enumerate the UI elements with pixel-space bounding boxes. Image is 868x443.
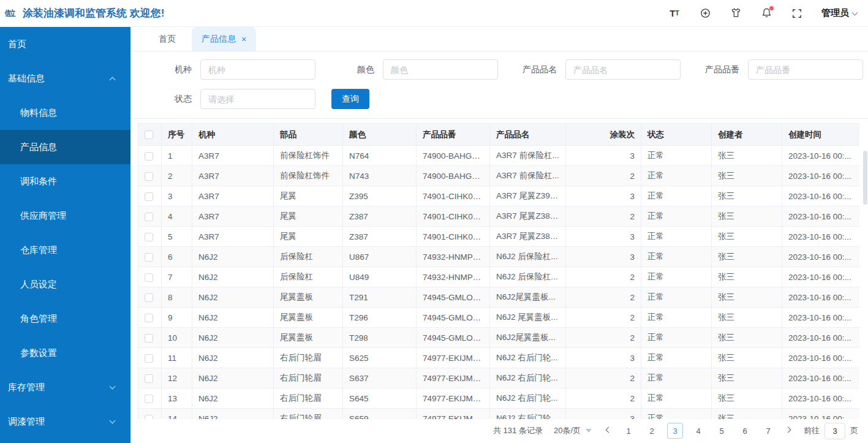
tab-inactive[interactable]: 首页 [149, 27, 186, 51]
cell-coats: 2 [566, 267, 641, 287]
sidebar-item[interactable]: 参数设置 [0, 336, 130, 370]
row-checkbox[interactable] [145, 273, 153, 282]
tab-active[interactable]: 产品信息× [192, 27, 256, 51]
cell-color: T298 [343, 328, 417, 348]
cell-name: N6J2 右后门轮... [490, 348, 566, 368]
sidebar-item[interactable]: 角色管理 [0, 301, 130, 336]
cell-model: N6J2 [192, 348, 274, 368]
language-icon[interactable] [699, 7, 711, 20]
cell-created: 2023-10-16 00:... [782, 186, 860, 206]
jump-suffix: 页 [850, 425, 858, 436]
cell-color: N743 [343, 166, 417, 186]
table-header-checkbox[interactable] [145, 131, 153, 139]
cell-part: 右后门轮眉 [274, 409, 343, 420]
sidebar-item[interactable]: 首页 [0, 27, 130, 61]
table-row[interactable]: 6N6J2后保险杠U86774932-HNMP0...N6J2 后保险杠...3… [138, 247, 860, 267]
search-input[interactable] [383, 59, 498, 80]
sidebar-item[interactable]: 调和条件 [0, 164, 130, 199]
page-number[interactable]: 7 [760, 423, 776, 439]
row-checkbox[interactable] [145, 213, 153, 221]
row-checkbox[interactable] [145, 152, 153, 161]
table-row[interactable]: 1A3R7前保险杠饰件N76474900-BAHG00...A3R7 前保险杠.… [138, 146, 860, 166]
sidebar-item[interactable]: 人员设定 [0, 267, 130, 301]
sidebar-item[interactable]: 供应商管理 [0, 199, 130, 233]
table-row[interactable]: 2A3R7前保险杠饰件N74374900-BAHG00...A3R7 前保险杠.… [138, 166, 860, 186]
cell-coats: 2 [566, 166, 641, 186]
row-checkbox[interactable] [145, 374, 153, 383]
notification-bell-icon[interactable] [760, 7, 772, 20]
cell-part: 尾翼 [274, 186, 343, 206]
cell-name: N6J2 右后门轮... [490, 388, 566, 409]
row-checkbox[interactable] [145, 334, 153, 343]
page-number[interactable]: 1 [621, 423, 636, 439]
cell-model: A3R7 [192, 227, 274, 247]
table-row[interactable]: 9N6J2尾翼盖板T29674945-GMLO0...N6J2 尾翼盖板...2… [138, 308, 860, 328]
next-page-button[interactable] [782, 430, 794, 432]
row-checkbox[interactable] [145, 354, 153, 363]
table-row[interactable]: 12N6J2右后门轮眉S63774977-EKIJM0...N6J2 右后门轮.… [138, 368, 860, 388]
cell-name: N6J2尾翼盖板... [490, 328, 566, 348]
table-row[interactable]: 13N6J2右后门轮眉S64574977-EKIJM0...N6J2 右后门轮.… [138, 388, 860, 409]
status-select[interactable] [200, 89, 315, 109]
sidebar-item[interactable]: 仓库管理 [0, 233, 130, 267]
row-checkbox[interactable] [145, 293, 153, 302]
cell-model: N6J2 [192, 247, 274, 267]
search-input[interactable] [200, 59, 315, 80]
cell-part: 尾翼 [274, 227, 343, 247]
page-number[interactable]: 3 [667, 423, 683, 439]
table-row[interactable]: 3A3R7尾翼Z39574901-CIHK00...A3R7 尾翼Z395...… [138, 186, 860, 206]
table-row[interactable]: 14N6J2右后门轮眉S65974977-EKIJM0...N6J2 右后门轮.… [138, 409, 860, 420]
sidebar-item[interactable]: 基础信息 [0, 61, 130, 96]
app-logo: 信立 [5, 8, 15, 19]
table-row[interactable]: 11N6J2右后门轮眉S62574977-EKIJM0...N6J2 右后门轮.… [138, 348, 860, 368]
vertical-scrollbar[interactable] [863, 151, 867, 205]
row-checkbox[interactable] [145, 415, 153, 419]
cell-name: N6J2 右后门轮... [490, 368, 566, 388]
sidebar-item[interactable]: 调漆管理 [0, 404, 130, 439]
sidebar-item[interactable]: 库存管理 [0, 370, 130, 404]
table-row[interactable]: 10N6J2尾翼盖板T29874945-GMLO0...N6J2尾翼盖板...2… [138, 328, 860, 348]
search-button[interactable]: 查询 [331, 89, 369, 109]
cell-color: Z387 [343, 227, 417, 247]
fullscreen-icon[interactable] [791, 7, 803, 20]
row-checkbox[interactable] [145, 395, 153, 403]
prev-page-button[interactable] [603, 430, 614, 432]
row-checkbox-cell [138, 328, 162, 348]
cell-coats: 2 [566, 287, 641, 308]
row-checkbox[interactable] [145, 192, 153, 201]
user-menu[interactable]: 管理员 [821, 7, 857, 19]
cell-created: 2023-10-16 00:... [782, 267, 860, 287]
table-row[interactable]: 7N6J2后保险杠U84974932-HNMP0...N6J2 后保险杠...2… [138, 267, 860, 287]
row-checkbox[interactable] [145, 233, 153, 241]
jump-page-input[interactable] [825, 423, 845, 439]
cell-part_no: 74932-HNMP0... [417, 267, 490, 287]
cell-creator: 张三 [712, 206, 782, 227]
row-checkbox[interactable] [145, 314, 153, 322]
search-input[interactable] [748, 59, 863, 80]
user-name: 管理员 [821, 7, 849, 19]
page-number[interactable]: 6 [737, 423, 753, 439]
tab-bar: 首页产品信息× [130, 27, 868, 51]
page-size-select[interactable]: 20条/页 [554, 425, 592, 436]
cell-color: N764 [343, 146, 417, 166]
table-row[interactable]: 4A3R7尾翼Z38774901-CIHK00...A3R7 尾翼Z387...… [138, 206, 860, 227]
cell-part: 前保险杠饰件 [274, 146, 343, 166]
row-checkbox[interactable] [145, 172, 153, 181]
sidebar-item-label: 物料信息 [20, 107, 57, 119]
page-number[interactable]: 5 [714, 423, 730, 439]
row-checkbox[interactable] [145, 253, 153, 262]
table-row[interactable]: 8N6J2尾翼盖板T29174945-GMLO0...N6J2尾翼盖板...2正… [138, 287, 860, 308]
tab-label: 产品信息 [202, 34, 236, 45]
cell-part_no: 74901-CIHK00... [417, 186, 490, 206]
table-row[interactable]: 5A3R7尾翼Z38774901-CIHK00...A3R7 尾翼Z387...… [138, 227, 860, 247]
tab-close-icon[interactable]: × [241, 35, 246, 44]
cell-model: A3R7 [192, 146, 274, 166]
sidebar-item-label: 调和条件 [20, 176, 57, 187]
sidebar-item[interactable]: 产品信息 [0, 130, 130, 164]
page-number[interactable]: 2 [644, 423, 660, 439]
search-input[interactable] [565, 59, 681, 80]
page-number[interactable]: 4 [690, 423, 706, 439]
theme-icon[interactable] [730, 7, 742, 20]
sidebar-item[interactable]: 物料信息 [0, 96, 130, 130]
font-size-icon[interactable]: TT [668, 7, 681, 20]
